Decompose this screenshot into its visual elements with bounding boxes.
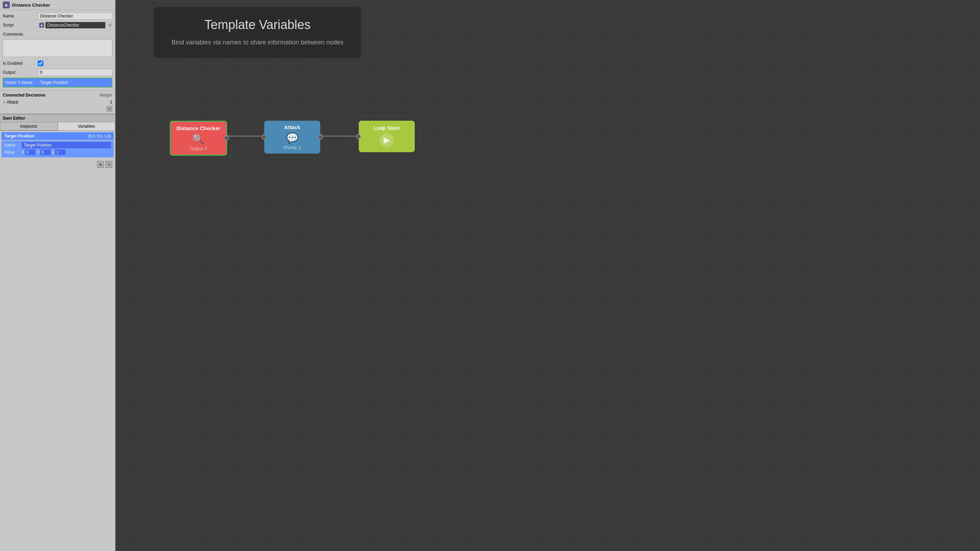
- script-label: Script: [3, 23, 38, 28]
- node-attack[interactable]: Attack 💬 Priority: 1: [264, 121, 320, 154]
- remove-variable-button[interactable]: −: [105, 161, 112, 168]
- attack-title: Attack: [284, 124, 300, 130]
- connector-line-2: [320, 136, 359, 137]
- tab-variables[interactable]: Variables: [58, 122, 116, 130]
- decision-label-attack: Attack: [6, 100, 18, 105]
- output-label: Output: [3, 70, 38, 75]
- node-distance-checker[interactable]: Distance Checker 🔍 Output: 0: [170, 121, 227, 156]
- variable-detail: Name Target Position Value X Y: [2, 141, 114, 157]
- output-value[interactable]: 0: [38, 69, 112, 76]
- z-label: Z: [52, 150, 55, 154]
- attack-subtitle: Priority: 1: [283, 145, 301, 150]
- script-row: Script ◆ DistanceChecker ↺: [3, 21, 112, 29]
- panel-icon: ◆: [3, 2, 10, 8]
- distance-checker-output-port[interactable]: [224, 136, 229, 141]
- y-field: Y: [37, 149, 50, 155]
- variable-value-text: (0.0, 0.0, 1.0): [88, 134, 111, 138]
- panel-title: Distance Checker: [12, 2, 50, 8]
- name-row: Name Distance Checker: [3, 12, 112, 20]
- name-label: Name: [3, 14, 38, 19]
- nodes-container: Distance Checker 🔍 Output: 0 Attack 💬 Pr…: [116, 0, 980, 551]
- script-value[interactable]: DistanceChecker: [46, 22, 105, 29]
- variable-row-target-position[interactable]: Target Position (0.0, 0.0, 1.0): [2, 132, 114, 140]
- x-input[interactable]: [25, 149, 35, 155]
- inspector-section: Name Distance Checker Script ◆ DistanceC…: [0, 10, 115, 90]
- leap-slam-title: Leap Slam: [374, 125, 400, 131]
- script-refresh-icon[interactable]: ↺: [107, 22, 112, 28]
- vector3-row: Vector 3 Name Target Position: [3, 78, 112, 87]
- variable-name-text: Target Position: [4, 133, 34, 138]
- variable-name-label: Name: [4, 143, 22, 148]
- xyz-row: X Y Z: [22, 149, 65, 155]
- attack-weight-value: 1: [110, 100, 112, 105]
- is-enabled-label: Is Enabled: [3, 61, 38, 66]
- distance-checker-subtitle: Output: 0: [190, 146, 207, 151]
- add-variable-button[interactable]: +: [97, 161, 104, 168]
- dani-tabs: Inspector Variables: [0, 122, 115, 131]
- distance-checker-title: Distance Checker: [177, 125, 221, 131]
- panel-header: ◆ Distance Checker: [0, 0, 115, 10]
- output-row: Output 0: [3, 68, 112, 76]
- attack-icon: 💬: [286, 132, 299, 144]
- comments-row: Comments: [3, 30, 112, 38]
- vector3-label: Vector 3 Name: [3, 80, 38, 85]
- leap-slam-input-port[interactable]: [356, 134, 361, 139]
- is-enabled-checkbox[interactable]: [38, 60, 43, 66]
- equals-icon: ≡: [3, 100, 5, 105]
- variable-value-detail-row: Value X Y Z: [4, 149, 111, 155]
- y-input[interactable]: [40, 149, 51, 155]
- left-panel: ◆ Distance Checker Name Distance Checker…: [0, 0, 116, 551]
- connected-decisions: Connected Decisions Weight ≡ Attack 1 −: [0, 90, 115, 114]
- z-input[interactable]: [55, 149, 65, 155]
- x-label: X: [22, 150, 24, 154]
- connector-line-1: [226, 136, 264, 137]
- add-minus-row: + −: [0, 160, 115, 169]
- decision-name-attack: ≡ Attack: [3, 100, 18, 105]
- leap-slam-icon: ▶: [380, 133, 394, 147]
- decision-row-attack: ≡ Attack 1: [3, 100, 112, 105]
- x-field: X: [22, 149, 35, 155]
- variable-name-detail-value[interactable]: Target Position: [22, 142, 111, 148]
- tab-inspector[interactable]: Inspector: [0, 122, 58, 130]
- dani-editor-title: Dani Editor: [0, 114, 115, 122]
- vector3-value[interactable]: Target Position: [38, 79, 111, 86]
- variable-name-detail-row: Name Target Position: [4, 142, 111, 148]
- comments-textarea[interactable]: [3, 40, 112, 57]
- variable-value-label: Value: [4, 150, 22, 155]
- variables-list: Target Position (0.0, 0.0, 1.0) Name Tar…: [0, 131, 115, 160]
- node-leap-slam[interactable]: Leap Slam ▶: [359, 121, 415, 152]
- y-label: Y: [37, 150, 39, 154]
- connected-decisions-header: Connected Decisions Weight: [3, 93, 112, 98]
- connected-decisions-title: Connected Decisions: [3, 93, 46, 98]
- canvas-area: Template Variables Bind variables via na…: [116, 0, 980, 551]
- is-enabled-row: Is Enabled: [3, 59, 112, 67]
- weight-header-label: Weight: [99, 93, 112, 98]
- attack-output-port[interactable]: [318, 135, 323, 140]
- attack-input-port[interactable]: [261, 135, 266, 140]
- remove-decision-button[interactable]: −: [107, 106, 112, 111]
- z-field: Z: [52, 149, 66, 155]
- name-value[interactable]: Distance Checker: [38, 13, 112, 20]
- script-icon: ◆: [39, 23, 44, 28]
- dani-editor: Dani Editor Inspector Variables Target P…: [0, 114, 115, 169]
- distance-checker-icon: 🔍: [192, 133, 204, 145]
- comments-label: Comments: [3, 32, 38, 37]
